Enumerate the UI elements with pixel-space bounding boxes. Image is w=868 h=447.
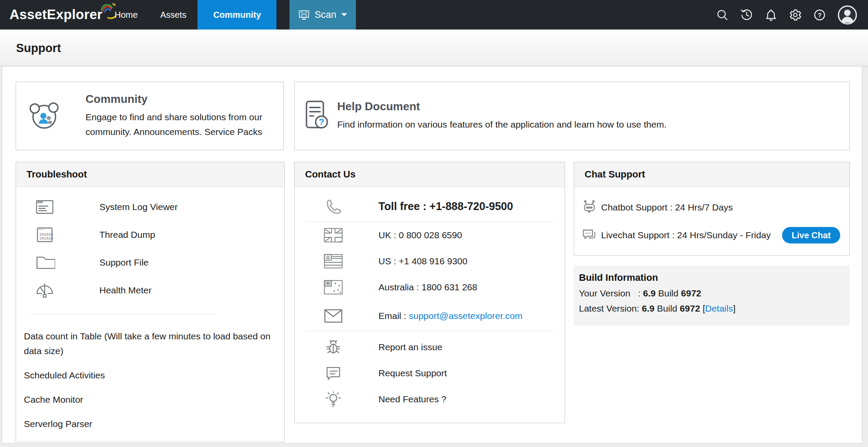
top-navbar: AssetExplorer Home Assets Community Scan — [0, 0, 868, 30]
main-navigation: Home Assets Community — [103, 0, 276, 30]
latest-version-line: Latest Version: 6.9 Build 6972 [Details] — [579, 303, 850, 314]
latest-version-value: 6.9 — [642, 303, 654, 313]
data-count-link[interactable]: Data count in Table (Will take a few min… — [24, 329, 284, 358]
email-label-text: Email : — [378, 311, 409, 321]
toll-free-row: Toll free : +1-888-720-9500 — [295, 191, 565, 222]
help-icon[interactable]: ? — [813, 8, 826, 22]
scan-dropdown-button[interactable]: Scan — [289, 0, 356, 30]
chat-support-header: Chat Support — [574, 162, 849, 187]
phone-icon — [323, 197, 343, 216]
system-log-icon — [33, 197, 56, 217]
nav-tab-assets-label: Assets — [160, 10, 186, 20]
livechat-support-label: Livechat Support : 24 Hrs/Sunday - Frida… — [601, 230, 771, 240]
nav-tab-community[interactable]: Community — [197, 0, 276, 30]
system-log-viewer-label: System Log Viewer — [99, 202, 178, 212]
latest-version-label: Latest Version: — [579, 303, 642, 313]
email-row: Email : support@assetexplorer.com — [295, 303, 565, 329]
help-document-card[interactable]: ? Help Document Find information on vari… — [294, 82, 850, 150]
your-build-word: Build — [656, 288, 681, 298]
community-people-icon — [28, 100, 61, 131]
lightbulb-icon — [323, 391, 343, 408]
cache-monitor-link[interactable]: Cache Monitor — [24, 392, 284, 407]
scan-label: Scan — [315, 9, 336, 20]
details-bracket-open: [ — [700, 303, 705, 313]
svg-text:?: ? — [818, 11, 822, 18]
contact-us-header: Contact Us — [295, 162, 565, 187]
details-bracket-close: ] — [733, 303, 736, 313]
nav-tab-assets[interactable]: Assets — [149, 0, 197, 30]
request-support-label: Request Support — [378, 368, 447, 378]
australia-phone-number: Australia : 1800 631 268 — [378, 282, 477, 293]
contact-us-body: Toll free : +1-888-720-9500 UK : 0 800 0… — [295, 191, 565, 412]
your-version-label: Your Version : — [579, 288, 643, 298]
your-version-line: Your Version : 6.9 Build 6972 — [579, 288, 850, 299]
svg-text:101010: 101010 — [39, 237, 53, 241]
settings-gear-icon[interactable] — [789, 8, 802, 22]
build-information-title: Build Information — [579, 272, 850, 283]
need-features-item[interactable]: Need Features ? — [295, 386, 565, 412]
help-card-title: Help Document — [337, 100, 667, 113]
email-envelope-icon — [323, 309, 343, 323]
need-features-label: Need Features ? — [378, 394, 446, 404]
community-card-title: Community — [85, 92, 289, 106]
community-card-text: Community Engage to find and share solut… — [85, 92, 289, 139]
support-file-label: Support File — [99, 257, 148, 268]
email-link[interactable]: support@assetexplorer.com — [409, 311, 523, 321]
troubleshoot-header: Troubleshoot — [16, 162, 284, 187]
australia-phone-row: Australia : 1800 631 268 — [295, 274, 565, 300]
livechat-bubble-icon — [581, 227, 598, 243]
bug-icon — [323, 339, 343, 356]
page-title-bar: Support — [0, 30, 868, 66]
page-title: Support — [16, 42, 61, 55]
us-phone-row: US : +1 408 916 9300 — [295, 248, 565, 274]
svg-text:?: ? — [319, 117, 324, 127]
your-build-value: 6972 — [681, 288, 701, 298]
user-avatar[interactable] — [837, 5, 858, 25]
divider — [306, 331, 554, 331]
toll-free-number: Toll free : +1-888-720-9500 — [378, 200, 513, 213]
navbar-icon-group: ? — [716, 0, 858, 30]
australia-flag-icon — [323, 280, 343, 295]
serverlog-parser-link[interactable]: Serverlog Parser — [24, 417, 284, 431]
chevron-down-icon — [341, 13, 347, 16]
health-meter-item[interactable]: Health Meter — [16, 276, 284, 304]
report-issue-item[interactable]: Report an issue — [295, 334, 565, 360]
uk-phone-number: UK : 0 800 028 6590 — [378, 230, 462, 240]
app-logo-text: AssetExplorer — [10, 7, 102, 23]
notifications-bell-icon[interactable] — [764, 8, 778, 22]
search-icon[interactable] — [716, 8, 729, 22]
app-logo[interactable]: AssetExplorer — [10, 0, 115, 30]
scheduled-activities-link[interactable]: Scheduled Activities — [24, 368, 284, 383]
gauge-icon — [33, 280, 56, 301]
chat-support-panel: Chat Support Chatbot Support : 24 Hrs/7 … — [574, 162, 850, 256]
troubleshoot-panel: Troubleshoot System Log Viewer 101010 — [16, 162, 285, 442]
community-card[interactable]: Community Engage to find and share solut… — [16, 82, 284, 150]
build-information-section: Build Information Your Version : 6.9 Bui… — [574, 266, 850, 325]
troubleshoot-body: System Log Viewer 101010 101010 Thread D… — [16, 187, 284, 431]
help-card-description: Find information on various features of … — [337, 117, 667, 132]
scan-monitor-icon — [298, 9, 310, 21]
nav-tab-home-label: Home — [115, 10, 138, 20]
community-card-description: Engage to find and share solutions from … — [85, 110, 289, 139]
system-log-viewer-item[interactable]: System Log Viewer — [16, 193, 284, 221]
report-issue-label: Report an issue — [378, 342, 442, 352]
help-card-text: Help Document Find information on variou… — [337, 100, 667, 132]
latest-build-value: 6972 — [680, 303, 700, 313]
nav-tab-home[interactable]: Home — [103, 0, 149, 30]
uk-phone-row: UK : 0 800 028 6590 — [295, 222, 565, 248]
request-support-item[interactable]: Request Support — [295, 360, 565, 386]
chat-bubble-icon — [323, 365, 343, 382]
details-link[interactable]: Details — [705, 303, 733, 313]
chatbot-support-label: Chatbot Support : 24 Hrs/7 Days — [601, 202, 733, 213]
thread-dump-item[interactable]: 101010 101010 Thread Dump — [16, 221, 284, 249]
us-phone-number: US : +1 408 916 9300 — [378, 256, 467, 266]
nav-tab-community-label: Community — [213, 10, 261, 20]
support-file-item[interactable]: Support File — [16, 249, 284, 276]
folder-icon — [33, 252, 56, 273]
thread-dump-label: Thread Dump — [99, 230, 155, 240]
us-flag-icon — [323, 254, 343, 269]
live-chat-button[interactable]: Live Chat — [782, 227, 840, 243]
history-icon[interactable] — [740, 8, 753, 22]
livechat-support-row: Livechat Support : 24 Hrs/Sunday - Frida… — [574, 221, 849, 249]
email-label: Email : support@assetexplorer.com — [378, 311, 523, 321]
